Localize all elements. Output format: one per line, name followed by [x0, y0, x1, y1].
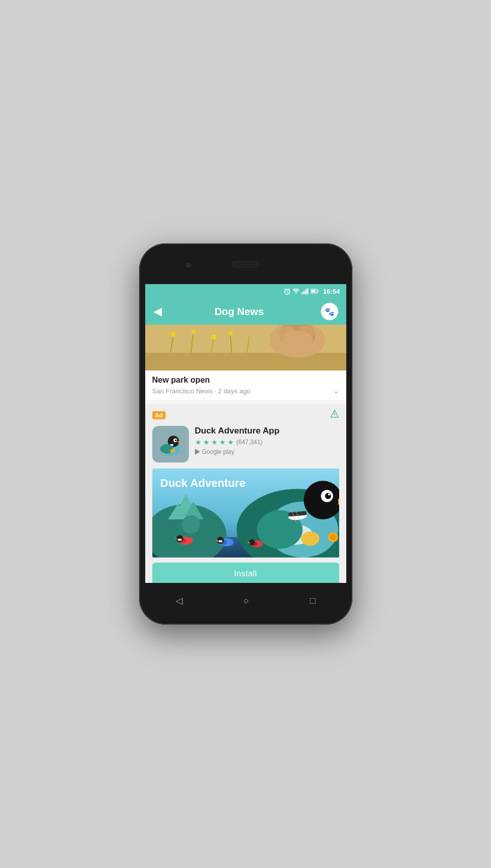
svg-rect-8 — [305, 290, 307, 294]
stars-row: ★ ★ ★ ★ ★ (647,341) — [195, 438, 339, 446]
nav-recent-button[interactable]: □ — [310, 596, 316, 606]
news-meta: San Francisco News · 2 days ago ⌄ — [145, 387, 346, 400]
ad-app-row: Duck Adventure App ★ ★ ★ ★ ★ (647,341) — [152, 426, 339, 462]
wifi-icon — [292, 288, 300, 294]
top-bezel — [145, 250, 346, 284]
svg-line-3 — [285, 289, 286, 290]
news-title: New park open — [145, 370, 346, 387]
star-1: ★ — [195, 438, 202, 446]
svg-line-4 — [289, 289, 290, 290]
review-count: (647,341) — [237, 439, 263, 446]
ad-header: Ad — [152, 409, 339, 421]
chevron-down-icon[interactable]: ⌄ — [333, 387, 339, 395]
ad-info-icon[interactable] — [330, 409, 339, 421]
store-label: Google play — [202, 448, 235, 455]
phone-device: 16:54 ◀ Dog News 🐾 — [139, 243, 352, 625]
svg-rect-14 — [145, 353, 346, 370]
signal-icon — [302, 288, 309, 294]
phone-inner: 16:54 ◀ Dog News 🐾 — [145, 250, 346, 618]
svg-point-54 — [178, 539, 182, 541]
ad-card[interactable]: Ad — [145, 404, 346, 583]
news-source-time: San Francisco News · 2 days ago — [152, 387, 251, 395]
install-button[interactable]: Install — [152, 563, 339, 583]
duck-app-icon-svg — [156, 430, 185, 458]
svg-point-74 — [328, 493, 330, 495]
nav-home-button[interactable]: ○ — [244, 596, 249, 606]
svg-rect-7 — [304, 291, 305, 295]
news-card-image — [145, 325, 346, 370]
ad-badge: Ad — [152, 411, 166, 419]
play-store-icon — [195, 449, 200, 455]
speaker-grille — [232, 261, 259, 268]
svg-point-50 — [182, 515, 200, 534]
svg-rect-9 — [307, 288, 309, 294]
news-image-svg — [145, 325, 346, 370]
svg-point-20 — [171, 332, 176, 337]
duck-banner-title: Duck Adventure — [160, 477, 246, 490]
app-name: Duck Adventure App — [195, 426, 339, 436]
svg-point-22 — [211, 334, 216, 339]
svg-rect-6 — [302, 292, 303, 294]
svg-point-23 — [228, 331, 233, 335]
duck-adventure-banner[interactable]: Duck Adventure — [152, 469, 339, 557]
svg-line-2 — [287, 292, 288, 293]
svg-rect-11 — [318, 291, 319, 292]
status-icons: 16:54 — [284, 288, 340, 295]
svg-point-21 — [191, 330, 195, 334]
header-title: Dog News — [168, 306, 311, 318]
svg-point-67 — [301, 532, 319, 546]
paw-icon-button[interactable]: 🐾 — [321, 303, 338, 320]
bottom-nav-bar: ◁ ○ □ — [145, 583, 346, 618]
app-header: ◀ Dog News 🐾 — [145, 298, 346, 325]
content-area[interactable]: New park open San Francisco News · 2 day… — [145, 325, 346, 583]
app-icon[interactable] — [152, 426, 189, 462]
app-info: Duck Adventure App ★ ★ ★ ★ ★ (647,341) — [195, 426, 339, 455]
svg-rect-12 — [312, 290, 316, 293]
star-3: ★ — [211, 438, 218, 446]
paw-emoji: 🐾 — [324, 307, 335, 317]
svg-point-31 — [334, 412, 335, 413]
status-bar: 16:54 — [145, 284, 346, 298]
star-half: ★ — [227, 438, 234, 446]
star-4: ★ — [219, 438, 226, 446]
nav-back-button[interactable]: ◁ — [176, 595, 183, 606]
back-button[interactable]: ◀ — [153, 305, 162, 318]
google-play-row: Google play — [195, 448, 339, 455]
star-2: ★ — [203, 438, 210, 446]
screen: 16:54 ◀ Dog News 🐾 — [145, 284, 346, 583]
front-camera — [186, 263, 191, 268]
svg-point-59 — [218, 540, 222, 542]
news-card[interactable]: New park open San Francisco News · 2 day… — [145, 325, 346, 400]
status-time: 16:54 — [323, 288, 340, 295]
battery-icon — [311, 289, 319, 294]
svg-point-73 — [325, 493, 331, 499]
svg-point-41 — [170, 449, 175, 452]
svg-marker-42 — [195, 449, 200, 455]
svg-point-5 — [296, 293, 297, 294]
alarm-icon — [284, 288, 290, 295]
svg-point-28 — [282, 331, 313, 351]
svg-point-79 — [330, 534, 336, 540]
svg-point-37 — [175, 440, 177, 442]
ad-attribution-icon — [330, 409, 339, 418]
